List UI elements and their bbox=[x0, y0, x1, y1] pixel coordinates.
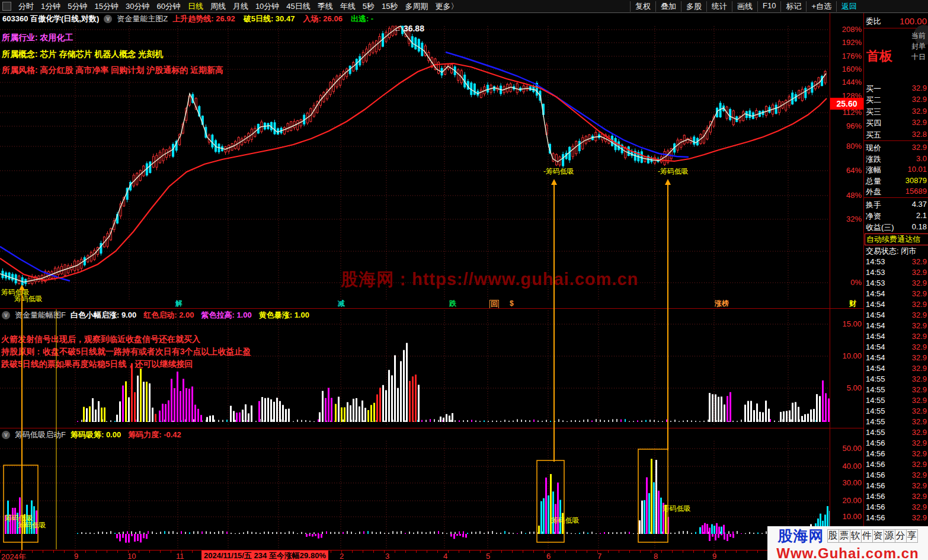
tick-row: 14:5632.9 bbox=[866, 503, 927, 511]
menu-item[interactable]: 1分钟 bbox=[37, 1, 64, 12]
tick-row: 14:5432.9 bbox=[866, 311, 927, 319]
axis-month-label: 9 bbox=[712, 552, 716, 560]
chip-absorb-label: 筹码低吸 bbox=[663, 504, 691, 514]
main-indicator-name[interactable]: 资金量能主图Z bbox=[117, 14, 168, 24]
sidebar-row: 总量30879 bbox=[866, 176, 927, 187]
menu-item[interactable]: 60分钟 bbox=[153, 1, 184, 12]
event-marker[interactable]: 财 bbox=[849, 300, 856, 308]
toolbar-item[interactable]: F10 bbox=[757, 1, 780, 12]
event-marker[interactable]: 涨榜 bbox=[715, 300, 729, 308]
scale-label: 0% bbox=[831, 278, 862, 287]
menu-item[interactable]: 5分钟 bbox=[64, 1, 91, 12]
menu-item[interactable]: 季线 bbox=[314, 1, 337, 12]
axis-month-label: 11 bbox=[176, 552, 184, 560]
tick-row: 14:5332.9 bbox=[866, 279, 927, 287]
event-marker[interactable]: 跌 bbox=[449, 300, 456, 308]
scale-label: 30.00 bbox=[831, 478, 862, 487]
panel2-name[interactable]: 筹码低吸启动F bbox=[15, 430, 66, 440]
stock-info-line: 所属行业: 农用化工 bbox=[2, 33, 73, 43]
axis-month-label: 8 bbox=[654, 552, 658, 560]
axis-month-label: 9 bbox=[74, 552, 78, 560]
panel-stat: 白色小幅启涨: 9.00 bbox=[71, 310, 136, 321]
toolbar-item[interactable]: 叠加 bbox=[655, 1, 681, 12]
tick-row: 14:5332.9 bbox=[866, 268, 927, 277]
sidebar-row: 现价32.9 bbox=[866, 143, 927, 153]
event-marker[interactable]: 解 bbox=[175, 300, 183, 308]
stock-info-line: 所属风格: 高分红股 高市净率 回购计划 沪股通标的 近期新高 bbox=[2, 65, 223, 76]
center-watermark: 股海网：https://www.guhai.com.cn bbox=[341, 268, 638, 292]
tick-row: 14:5432.9 bbox=[866, 364, 927, 373]
tick-row: 14:5532.9 bbox=[866, 428, 927, 437]
tick-row: 14:5632.9 bbox=[866, 471, 927, 479]
sidebar-row: 买四32.9 bbox=[866, 118, 927, 129]
scale-label: 20.00 bbox=[831, 496, 862, 505]
tick-row: 14:5432.9 bbox=[866, 289, 927, 298]
menu-item[interactable]: 日线 bbox=[184, 1, 207, 12]
panel2-canvas[interactable] bbox=[0, 428, 830, 560]
hint-line: 十日 bbox=[911, 52, 926, 62]
panel-stat: 紫色拉高: 1.00 bbox=[201, 310, 251, 321]
sidebar-row: 买五32.8 bbox=[866, 130, 927, 140]
toolbar-item[interactable]: 标记 bbox=[780, 1, 806, 12]
scale-label: 144% bbox=[831, 78, 862, 87]
menu-item[interactable]: 分时 bbox=[15, 1, 37, 12]
axis-month-label: 3 bbox=[385, 552, 389, 560]
scale-label: 32% bbox=[831, 215, 862, 223]
top-menubar: 分时1分钟5分钟15分钟30分钟60分钟日线周线月线10分钟45日线季线年线5秒… bbox=[0, 0, 928, 13]
scale-label: 15.00 bbox=[831, 319, 862, 328]
panel1-name[interactable]: 资金量能幅图F bbox=[15, 310, 66, 321]
scale-label: 40.00 bbox=[831, 462, 862, 471]
app-window: 分时1分钟5分钟15分钟30分钟60分钟日线周线月线10分钟45日线季线年线5秒… bbox=[0, 0, 928, 560]
menu-item[interactable]: 更多〉 bbox=[432, 1, 462, 12]
menu-item[interactable]: 月线 bbox=[229, 1, 252, 12]
toolbar-item[interactable]: 返回 bbox=[836, 1, 862, 12]
panel1-header: v 资金量能幅图F 白色小幅启涨: 9.00红色启动: 2.00紫色拉高: 1.… bbox=[0, 309, 309, 321]
axis-month-label: 5 bbox=[486, 552, 490, 560]
tick-row: 14:5532.9 bbox=[866, 385, 927, 394]
panel2-collapse-icon[interactable]: v bbox=[2, 431, 10, 439]
menu-item[interactable]: 15分钟 bbox=[91, 1, 121, 12]
menu-item[interactable]: 45日线 bbox=[283, 1, 313, 12]
menu-item[interactable]: 年线 bbox=[337, 1, 359, 12]
tick-row: 14:5432.9 bbox=[866, 321, 927, 330]
toolbar-item[interactable]: 复权 bbox=[630, 1, 655, 12]
tick-row: 14:5632.9 bbox=[866, 481, 927, 490]
tick-row: 14:5432.9 bbox=[866, 332, 927, 341]
watermark-box: 股海网 股票软件资源分享 Www.Guhai.com.cn bbox=[767, 526, 928, 560]
axis-month-label: 6 bbox=[546, 552, 551, 560]
indicator-stat: 破5日线: 30.47 bbox=[244, 14, 295, 24]
menu-item[interactable]: 15秒 bbox=[378, 1, 401, 12]
separator-1 bbox=[0, 308, 863, 309]
event-marker[interactable]: 减 bbox=[338, 300, 345, 308]
menu-item[interactable]: 30分钟 bbox=[122, 1, 153, 12]
toolbar-item[interactable]: 统计 bbox=[706, 1, 732, 12]
indicator-stat: 入场: 26.06 bbox=[303, 14, 342, 24]
event-marker[interactable]: 回 bbox=[489, 300, 499, 309]
toolbar-item[interactable]: 画线 bbox=[732, 1, 757, 12]
menu-item[interactable]: 5秒 bbox=[359, 1, 378, 12]
menu-item[interactable]: 10分钟 bbox=[252, 1, 283, 12]
indicator-stat: 出逃: - bbox=[351, 14, 373, 24]
app-icon[interactable] bbox=[2, 2, 11, 11]
toolbar-item[interactable]: 多股 bbox=[681, 1, 706, 12]
strategy-note: 跌破5日线的票如果再度站稳5日线，还可以继续接回 bbox=[1, 359, 193, 370]
tick-row: 14:5532.9 bbox=[866, 375, 927, 383]
sidebar-divider-2 bbox=[864, 140, 928, 141]
strategy-note: 持股原则：收盘不破5日线就一路持有或者次日有3个点以上收益止盈 bbox=[1, 347, 251, 357]
stock-info-line: 所属概念: 芯片 存储芯片 机器人概念 光刻机 bbox=[2, 49, 163, 60]
indicator-stat: 上升趋势线: 26.92 bbox=[172, 14, 235, 24]
time-axis[interactable]: 2024年 910112345678910 2024/11/15/五 234 至… bbox=[0, 550, 863, 560]
tick-row: 14:5532.9 bbox=[866, 417, 927, 426]
scale-label: 192% bbox=[831, 38, 862, 47]
toolbar-item[interactable]: +自选 bbox=[806, 1, 836, 12]
sidebar-row: 买一32.9 bbox=[866, 84, 927, 94]
renewal-banner[interactable]: 自动续费通达信 bbox=[865, 233, 928, 245]
chip-absorb-label: 筹码低吸 bbox=[14, 294, 43, 304]
tick-row: 14:5632.9 bbox=[866, 449, 927, 458]
menu-item[interactable]: 周线 bbox=[207, 1, 229, 12]
menu-item[interactable]: 多周期 bbox=[402, 1, 432, 12]
chevron-down-icon[interactable]: v bbox=[104, 15, 112, 23]
event-marker[interactable]: $ bbox=[510, 300, 514, 308]
tick-row: 14:5632.9 bbox=[866, 439, 927, 447]
panel1-collapse-icon[interactable]: v bbox=[2, 311, 10, 319]
